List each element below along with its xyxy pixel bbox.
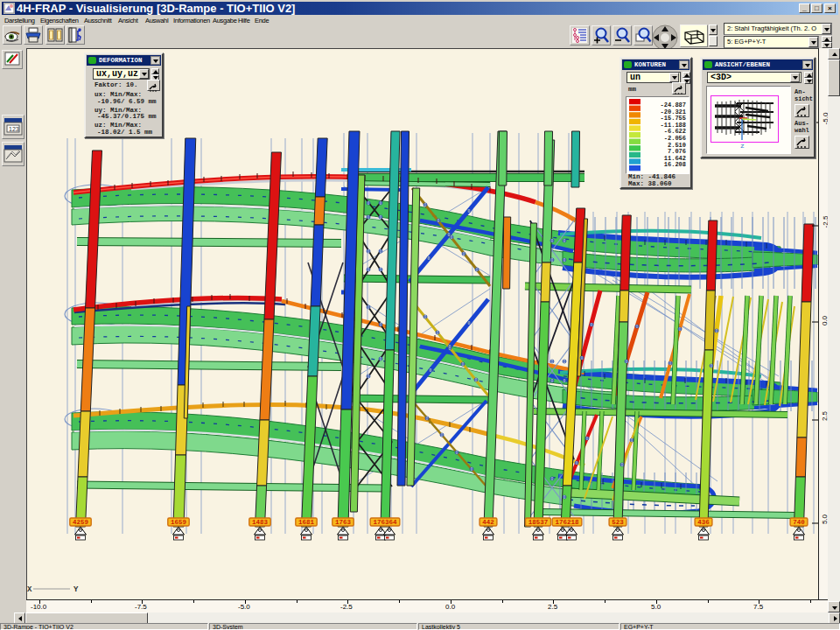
svg-text:442: 442 (482, 519, 494, 526)
svg-text:18537: 18537 (528, 519, 549, 526)
svg-text:436: 436 (697, 519, 710, 526)
svg-text:1681: 1681 (298, 519, 315, 526)
svg-text:123: 123 (9, 126, 19, 132)
svg-text:z: z (740, 142, 745, 150)
svg-text:Y: Y (74, 585, 79, 594)
svg-text:176218: 176218 (555, 519, 579, 526)
svg-text:176364: 176364 (373, 519, 397, 526)
svg-text:740: 740 (793, 519, 805, 526)
svg-text:1659: 1659 (171, 519, 187, 526)
svg-text:1483: 1483 (252, 519, 269, 526)
svg-text:1763: 1763 (335, 519, 352, 526)
svg-text:4259: 4259 (73, 519, 89, 526)
svg-text:523: 523 (612, 519, 624, 526)
svg-text:X: X (27, 585, 32, 594)
